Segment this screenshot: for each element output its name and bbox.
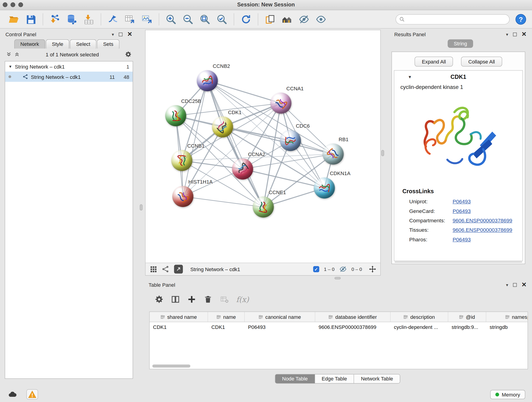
panel-close-icon[interactable]: ✕ (521, 31, 526, 37)
network-node-label-HIST1H1A: HIST1H1A (188, 179, 213, 185)
add-column-icon[interactable] (187, 295, 196, 304)
search-box[interactable] (396, 14, 510, 24)
column-header-namespace[interactable]: namespace (486, 312, 528, 322)
network-node-HIST1H1A[interactable] (172, 186, 193, 207)
zoom-in-button[interactable] (162, 12, 179, 27)
network-node-CCNE1[interactable] (253, 196, 274, 217)
column-header-name[interactable]: name (208, 312, 245, 322)
control-tab-select[interactable]: Select (70, 39, 96, 49)
network-node-CDK1[interactable] (212, 116, 233, 138)
help-button[interactable]: ? (515, 13, 526, 25)
control-tab-style[interactable]: Style (46, 39, 70, 49)
network-node-CDC25B[interactable] (165, 105, 186, 126)
column-header-canonical-name[interactable]: canonical name (245, 312, 315, 322)
collection-count: 1 (127, 64, 129, 70)
protein-section-header[interactable]: ▼ CDK1 (394, 70, 523, 83)
control-tab-sets[interactable]: Sets (97, 39, 120, 49)
warnings-button[interactable] (27, 389, 38, 400)
left-splitter-handle[interactable] (140, 204, 143, 211)
column-header-shared-name[interactable]: shared name (150, 312, 208, 322)
control-tab-network[interactable]: Network (14, 39, 45, 49)
panel-float-icon[interactable] (513, 32, 517, 36)
grid-view-icon[interactable] (150, 265, 157, 273)
show-all-button[interactable] (312, 12, 329, 27)
import-network-from-file-button[interactable] (46, 12, 63, 27)
refresh-view-button[interactable] (238, 12, 254, 27)
zoom-selected-button[interactable] (213, 12, 230, 27)
save-session-button[interactable] (22, 12, 39, 27)
fit-content-icon[interactable] (369, 265, 376, 273)
cloud-button[interactable] (7, 389, 18, 400)
crosslink-value-link[interactable]: 9606.ENSP00000378699 (452, 217, 512, 224)
crosslink-row: Uniprot:P06493 (394, 197, 523, 206)
network-node-RB1[interactable] (323, 143, 344, 165)
network-node-CCNB2[interactable] (197, 70, 218, 91)
export-image-button[interactable] (138, 12, 155, 27)
delete-column-icon[interactable] (204, 295, 213, 304)
panel-close-icon[interactable]: ✕ (521, 282, 526, 288)
column-header-@id[interactable]: @id (448, 312, 486, 322)
table-hscrollbar[interactable] (152, 364, 190, 367)
import-table-from-file-button[interactable] (80, 12, 97, 27)
toolbar-separator (258, 13, 258, 25)
home-button[interactable] (279, 12, 296, 27)
network-node-CDKN1A[interactable] (314, 177, 335, 198)
section-disclosure-icon[interactable]: ▼ (408, 75, 412, 80)
tab-string[interactable]: String (448, 39, 473, 48)
panel-menu-caret-icon[interactable]: ▾ (112, 32, 114, 36)
refresh-icon (241, 14, 251, 25)
hidden-items-icon[interactable] (339, 265, 347, 273)
table-tab-node-table[interactable]: Node Table (275, 374, 315, 383)
search-input[interactable] (407, 17, 506, 22)
expand-all-button[interactable]: Expand All (415, 57, 453, 66)
open-session-button[interactable] (6, 12, 22, 27)
crosslink-value-link[interactable]: P06493 (452, 208, 471, 214)
zoom-fit-button[interactable] (196, 12, 213, 27)
import-network-from-database-button[interactable] (63, 12, 80, 27)
table-tab-network-table[interactable]: Network Table (354, 374, 400, 383)
panel-menu-caret-icon[interactable]: ▾ (506, 32, 508, 36)
right-splitter-handle[interactable] (381, 150, 384, 156)
network-view-panel: CCNB2CCNA1CDC25BCDK1CDC6RB1CCNB1CCNA2CDK… (145, 30, 381, 275)
export-table-button[interactable] (121, 12, 138, 27)
network-node-CDC6[interactable] (280, 130, 301, 151)
crosslink-row: GeneCard:P06493 (394, 206, 523, 216)
zoom-out-button[interactable] (179, 12, 196, 27)
show-columns-icon[interactable] (171, 295, 180, 304)
network-options-gear-icon[interactable] (125, 51, 132, 58)
network-node-CCNA2[interactable] (232, 159, 253, 180)
panel-menu-caret-icon[interactable]: ▾ (506, 283, 508, 287)
network-canvas[interactable]: CCNB2CCNA1CDC25BCDK1CDC6RB1CCNB1CCNA2CDK… (146, 30, 380, 263)
hide-selected-button[interactable] (296, 12, 312, 27)
memory-button[interactable]: Memory (490, 390, 525, 399)
collapse-all-chevron-icon[interactable] (6, 51, 12, 57)
collection-disclosure-icon[interactable]: ▼ (8, 64, 12, 69)
crosslink-value-link[interactable]: P06493 (452, 236, 471, 243)
column-header-database-identifier[interactable]: database identifier (315, 312, 391, 322)
import-network-icon (50, 14, 60, 25)
network-collection-row[interactable]: ▼ String Network – cdk1 1 (5, 61, 133, 71)
detach-view-button[interactable] (174, 265, 183, 274)
birdseye-view-icon[interactable] (162, 265, 169, 273)
column-header-description[interactable]: description (390, 312, 448, 322)
crosslink-value-link[interactable]: P06493 (452, 198, 471, 205)
bottom-splitter-handle[interactable] (335, 277, 341, 279)
crosslink-value-link[interactable]: 9606.ENSP00000378699 (452, 227, 512, 233)
network-node-CCNA1[interactable] (270, 93, 291, 114)
panel-float-icon[interactable] (119, 32, 122, 36)
collapse-all-button[interactable]: Collapse All (461, 57, 502, 66)
expand-all-chevron-icon[interactable] (14, 51, 20, 57)
copy-button[interactable] (262, 12, 279, 27)
table-tab-edge-table[interactable]: Edge Table (315, 374, 354, 383)
table-row[interactable]: CDK1CDK1P064939606.ENSP00000378699cyclin… (150, 322, 528, 332)
panel-close-icon[interactable]: ✕ (127, 31, 132, 37)
network-tools-button[interactable] (104, 12, 121, 27)
column-sort-icon (459, 314, 464, 319)
network-node-CCNB1[interactable] (171, 150, 192, 171)
network-row[interactable]: String Network – cdk1 11 48 (5, 71, 133, 82)
results-scrollbar[interactable] (394, 261, 522, 263)
network-tree: ▼ String Network – cdk1 1 String Network… (5, 61, 133, 379)
panel-float-icon[interactable] (513, 283, 517, 287)
table-options-gear-icon[interactable] (155, 295, 164, 304)
selection-checkbox[interactable]: ✓ (313, 266, 319, 272)
